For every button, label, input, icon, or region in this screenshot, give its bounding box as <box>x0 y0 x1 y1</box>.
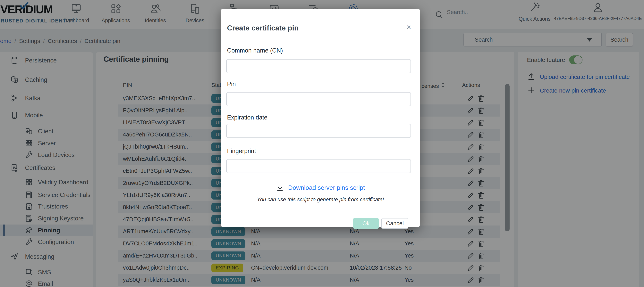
field-label: Common name (CN) <box>227 47 283 54</box>
fld-pin-input[interactable] <box>226 92 411 106</box>
modal-note: You can use this script to generate pin … <box>221 197 420 203</box>
fld-fingerprint-input[interactable] <box>226 159 411 173</box>
fld-expiration-date-input[interactable] <box>226 124 411 138</box>
field-label: Fingerprint <box>227 148 256 155</box>
cancel-button[interactable]: Cancel <box>382 218 408 229</box>
download-server-pins-link[interactable]: Download server pins script <box>221 183 420 192</box>
create-certificate-pin-modal: Create certificate pin × Common name (CN… <box>221 9 420 227</box>
ok-button[interactable]: Ok <box>353 218 379 229</box>
close-icon[interactable]: × <box>406 23 411 31</box>
field-label: Pin <box>227 81 236 88</box>
fld-common-name-cn--input[interactable] <box>226 59 411 73</box>
modal-title: Create certificate pin <box>227 24 298 32</box>
field-label: Expiration date <box>227 114 268 121</box>
download-icon <box>276 183 284 192</box>
download-link-label: Download server pins script <box>288 184 365 191</box>
